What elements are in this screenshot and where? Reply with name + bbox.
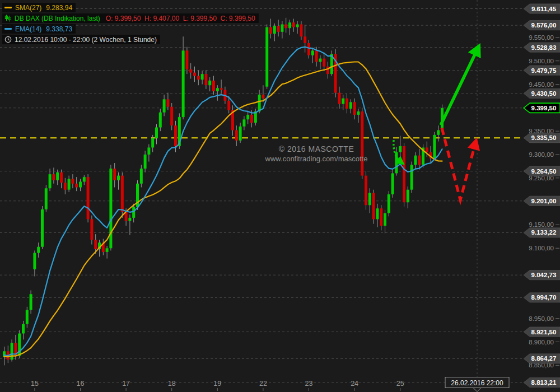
candle-body-up (68, 179, 71, 189)
trading-chart-window: 9.550,009.500,009.450,009.350,009.300,00… (0, 0, 560, 392)
legend-row-sma[interactable]: SMA(27) 9.283,94 (2, 3, 76, 12)
price-level-tag-label: 8.864,27 (531, 355, 557, 362)
candle-body-up (296, 24, 299, 27)
candle (239, 123, 242, 143)
candle-body-down (90, 219, 93, 240)
price-chart-canvas[interactable]: 9.550,009.500,009.450,009.350,009.300,00… (0, 0, 560, 392)
price-level-tag-label: 9.479,75 (531, 67, 557, 74)
candle (7, 346, 10, 363)
candle-body-up (216, 88, 219, 91)
candle (349, 99, 352, 113)
future-date-tag-label: 26.02.2016 22:00 (451, 379, 503, 387)
candle (212, 76, 215, 94)
candle (87, 174, 90, 222)
candle (334, 49, 337, 97)
candle-body-up (242, 119, 245, 127)
candle-body-down (197, 76, 200, 80)
ohlc-readout: O: 9.399,50 H: 9.407,00 L: 9.399,50 C: 9… (106, 15, 255, 22)
candle (56, 170, 59, 185)
time-axis-label: 22 (259, 380, 267, 388)
price-axis-label: 9.500,00 (529, 58, 554, 64)
candle (391, 170, 394, 198)
watermark-brand: © 2016 MASCOTTE (213, 144, 420, 153)
price-level-tag-label: 8.994,70 (531, 294, 557, 301)
candle (147, 144, 150, 162)
candle-body-down (166, 99, 169, 106)
candle-body-down (426, 147, 428, 152)
time-axis[interactable]: 15161718192223242526.02.2016 22:00 (31, 377, 509, 392)
candle-body-up (239, 127, 242, 141)
candle (75, 177, 78, 191)
price-level-tag-label: 9.335,50 (531, 134, 557, 141)
candle (216, 85, 219, 101)
price-axis-label: 9.100,00 (529, 245, 554, 251)
candle (109, 165, 112, 250)
price-axis-label: 9.550,00 (529, 34, 554, 41)
ema-value: 9.338,73 (46, 25, 72, 33)
candle-body-down (323, 59, 325, 67)
price-level-tag-label: 9.576,00 (531, 22, 557, 29)
candle (117, 172, 120, 190)
time-axis-label: 25 (396, 380, 404, 388)
candle (269, 18, 272, 38)
candle (365, 171, 367, 209)
candle (113, 163, 116, 187)
legend-row-ema[interactable]: EMA(14) 9.338,73 (2, 24, 76, 34)
bullish-forecast-arrow[interactable] (441, 49, 478, 125)
candle (140, 165, 143, 187)
price-level-tag-label: 9.201,00 (531, 198, 557, 204)
candle-body-down (284, 24, 287, 28)
candle (201, 71, 204, 84)
candle (71, 174, 74, 188)
candle-body-up (49, 174, 52, 188)
candle (281, 21, 283, 39)
price-axis-label: 9.300,00 (529, 151, 554, 158)
ema-color-swatch-icon (4, 28, 12, 30)
candle-body-down (372, 193, 375, 220)
instrument-label: DB DAX (DB Indikation, last) (15, 15, 100, 22)
price-level-tag-label: 8.813,21 (531, 379, 557, 386)
candle-body-up (163, 99, 166, 112)
candle-body-up (258, 95, 261, 111)
time-axis-label: 17 (122, 380, 130, 388)
candle-body-down (220, 88, 223, 90)
candle (106, 246, 109, 259)
candle (90, 216, 93, 245)
ema-label: EMA(14) (15, 25, 41, 33)
candle (361, 108, 363, 179)
sma-color-swatch-icon (4, 7, 12, 8)
candle (197, 70, 200, 85)
candle-body-down (235, 130, 238, 140)
candle (284, 18, 287, 33)
candle (330, 50, 333, 76)
candle-body-down (361, 111, 363, 176)
candle-body-down (346, 99, 348, 109)
candle-body-up (357, 111, 360, 115)
candle-body-up (281, 24, 283, 31)
candle (189, 63, 192, 79)
candle-body-up (151, 138, 154, 148)
bearish-forecast-arrow[interactable] (442, 128, 475, 200)
candle-body-down (121, 176, 124, 212)
candle (121, 172, 124, 218)
price-axis[interactable]: 9.550,009.500,009.450,009.350,009.300,00… (524, 4, 560, 388)
candle (49, 169, 52, 191)
candle-body-up (30, 294, 32, 310)
candle (265, 24, 268, 88)
candle-body-up (33, 253, 36, 269)
candle-body-up (208, 81, 211, 85)
candle-body-up (246, 115, 249, 119)
candle-body-down (193, 73, 196, 76)
candle-body-up (407, 190, 409, 203)
candle (326, 62, 329, 78)
indicator-legend: SMA(27) 9.283,94 DB DAX (DB Indikation, … (2, 3, 259, 44)
candle (292, 18, 295, 31)
candle-body-down (380, 208, 382, 226)
candle-body-up (109, 169, 112, 248)
candle (384, 210, 386, 234)
candle (338, 87, 340, 109)
candle (163, 95, 166, 116)
candle (79, 179, 82, 191)
legend-row-instrument[interactable]: DB DAX (DB Indikation, last) O: 9.399,50… (2, 13, 259, 23)
candle (376, 204, 379, 227)
